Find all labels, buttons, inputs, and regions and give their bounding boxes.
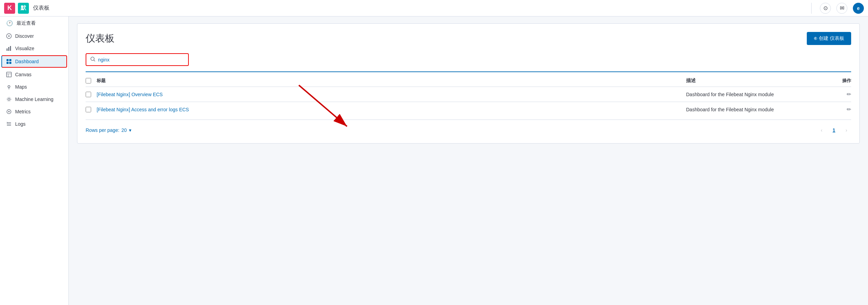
row1-check <box>86 92 97 97</box>
sidebar-label-dashboard: Dashboard <box>15 59 39 64</box>
svg-rect-5 <box>7 59 9 61</box>
row1-link[interactable]: [Filebeat Nginx] Overview ECS <box>97 92 163 97</box>
sidebar-item-ml[interactable]: Machine Learning <box>0 93 68 105</box>
sidebar-item-logs[interactable]: Logs <box>0 118 68 130</box>
content-card: 仪表板 ⊕ 创建 仪表板 <box>77 23 860 144</box>
create-dashboard-button[interactable]: ⊕ 创建 仪表板 <box>807 32 851 45</box>
row1-edit-icon[interactable]: ✏ <box>847 91 851 98</box>
svg-rect-9 <box>7 72 11 77</box>
svg-rect-6 <box>9 59 11 61</box>
main-content: 仪表板 ⊕ 创建 仪表板 <box>69 16 868 305</box>
row2-link[interactable]: [Filebeat Nginx] Access and error logs E… <box>97 107 189 112</box>
select-all-col <box>86 78 97 84</box>
svg-rect-2 <box>7 48 8 51</box>
header-actions: ⊙ ✉ e <box>809 3 864 14</box>
page-1-button[interactable]: 1 <box>829 125 839 135</box>
pagination-row: Rows per page: 20 ▾ ‹ 1 › <box>86 120 851 135</box>
sidebar-item-discover[interactable]: Discover <box>0 30 68 42</box>
svg-rect-8 <box>9 62 11 64</box>
row1-desc: Dashboard for the Filebeat Nginx module <box>686 92 824 97</box>
profile-icon[interactable]: ⊙ <box>820 3 831 14</box>
row2-desc: Dashboard for the Filebeat Nginx module <box>686 107 824 112</box>
table-header: 标题 描述 操作 <box>86 75 851 87</box>
sidebar-item-recent[interactable]: 🕐 最近查看 <box>0 16 68 30</box>
title-header: 标题 <box>97 78 686 84</box>
canvas-icon <box>6 72 12 77</box>
pagination-nav: ‹ 1 › <box>817 125 851 135</box>
visualize-icon <box>6 46 12 51</box>
svg-point-1 <box>8 35 10 37</box>
discover-icon <box>6 33 12 39</box>
search-icon <box>90 57 95 63</box>
dashboard-icon <box>6 59 12 64</box>
rows-per-page-chevron-icon: ▾ <box>129 127 131 133</box>
svg-rect-4 <box>10 46 11 51</box>
dashboard-table: 标题 描述 操作 <box>86 75 851 117</box>
row1-title: [Filebeat Nginx] Overview ECS <box>97 91 686 98</box>
page-title: 仪表板 <box>86 32 115 45</box>
row2-title: [Filebeat Nginx] Access and error logs E… <box>97 106 686 113</box>
svg-rect-3 <box>8 47 9 51</box>
svg-point-16 <box>8 111 10 112</box>
sidebar: 🕐 最近查看 Discover Visualize Dashboard C <box>0 16 69 305</box>
sidebar-label-canvas: Canvas <box>15 72 31 77</box>
svg-point-12 <box>8 86 10 88</box>
desc-header: 描述 <box>686 78 824 84</box>
sidebar-label-metrics: Metrics <box>15 109 31 114</box>
sidebar-label-recent: 最近查看 <box>17 20 36 26</box>
sidebar-label-maps: Maps <box>15 84 27 90</box>
row2-action: ✏ <box>824 106 851 113</box>
search-box <box>86 53 189 66</box>
sidebar-label-discover: Discover <box>15 33 34 39</box>
action-header: 操作 <box>824 78 851 84</box>
row1-checkbox[interactable] <box>86 92 91 97</box>
table-area: 标题 描述 操作 <box>86 75 851 117</box>
table-row: [Filebeat Nginx] Access and error logs E… <box>86 102 851 117</box>
app-layout: 🕐 最近查看 Discover Visualize Dashboard C <box>0 16 868 305</box>
app-header: K 默 仪表板 ⊙ ✉ e <box>0 0 868 16</box>
rows-per-page[interactable]: Rows per page: 20 ▾ <box>86 127 131 133</box>
sidebar-label-visualize: Visualize <box>15 46 34 51</box>
logs-icon <box>6 121 12 127</box>
prev-page-button[interactable]: ‹ <box>817 125 826 135</box>
mail-icon[interactable]: ✉ <box>836 3 847 14</box>
clock-icon: 🕐 <box>6 20 13 26</box>
sidebar-item-dashboard[interactable]: Dashboard <box>1 55 67 68</box>
sidebar-label-logs: Logs <box>15 121 25 127</box>
row2-edit-icon[interactable]: ✏ <box>847 106 851 113</box>
svg-line-21 <box>94 60 95 61</box>
table-row: [Filebeat Nginx] Overview ECS Dashboard … <box>86 87 851 102</box>
sidebar-item-metrics[interactable]: Metrics <box>0 105 68 118</box>
row2-checkbox[interactable] <box>86 107 91 112</box>
svg-point-13 <box>8 98 10 100</box>
row1-action: ✏ <box>824 91 851 98</box>
next-page-button[interactable]: › <box>842 125 851 135</box>
logo-area: K 默 仪表板 <box>4 3 50 14</box>
ml-icon <box>6 97 12 102</box>
maps-icon <box>6 84 12 90</box>
metrics-icon <box>6 109 12 114</box>
app-title: 仪表板 <box>33 4 50 12</box>
kibana-logo: K <box>4 3 15 14</box>
svg-point-14 <box>7 97 11 101</box>
sidebar-label-ml: Machine Learning <box>15 97 53 102</box>
rows-per-page-label: Rows per page: <box>86 127 119 133</box>
row2-check <box>86 107 97 112</box>
select-all-checkbox[interactable] <box>86 78 91 83</box>
sidebar-item-canvas[interactable]: Canvas <box>0 68 68 81</box>
user-avatar[interactable]: e <box>853 3 864 14</box>
sidebar-item-maps[interactable]: Maps <box>0 81 68 93</box>
space-avatar: 默 <box>18 3 29 14</box>
search-input[interactable] <box>98 57 184 63</box>
page-header: 仪表板 ⊕ 创建 仪表板 <box>86 32 851 45</box>
rows-per-page-value: 20 <box>121 127 127 133</box>
svg-rect-7 <box>7 62 9 64</box>
sidebar-item-visualize[interactable]: Visualize <box>0 42 68 55</box>
